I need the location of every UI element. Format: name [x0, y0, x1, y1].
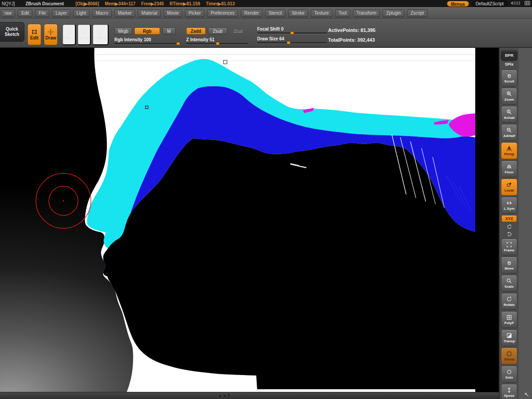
menu-item-layer[interactable]: Layer: [52, 9, 70, 17]
rotate-circle-icon: [506, 296, 512, 302]
menus-button[interactable]: Menus: [447, 1, 469, 7]
menu-item-macro[interactable]: Macro: [92, 9, 112, 17]
draw-size-handle[interactable]: [287, 41, 291, 44]
menu-item-tool[interactable]: Tool: [335, 9, 350, 17]
local-pivot-icon: [506, 182, 512, 188]
menu-item-picker[interactable]: Picker: [185, 9, 204, 17]
tray-button-label: Solo: [505, 376, 513, 379]
shelf-tool-edit[interactable]: Edit: [27, 24, 41, 45]
draw-size-slider[interactable]: Draw Size 64: [257, 36, 327, 43]
menu-item-light[interactable]: Light: [73, 9, 90, 17]
focal-shift-slider[interactable]: Focal Shift 0: [257, 27, 327, 34]
tray-button-zoom[interactable]: Zoom: [501, 88, 517, 105]
focal-shift-handle[interactable]: [290, 31, 294, 35]
default-zscript-button[interactable]: DefaultZScript: [472, 1, 508, 7]
paint-mode-group: MrgbRgbM: [114, 27, 176, 35]
mode-button-zsub[interactable]: Zsub: [208, 27, 227, 35]
scroll-left-arrows-icon[interactable]: ◄ ◄: [218, 394, 226, 398]
shelf-tool-scale[interactable]: SScale: [77, 24, 91, 45]
tray-button-label: Zoom: [505, 98, 514, 102]
tray-button-label: PolyF: [505, 321, 514, 325]
tray-button-floor[interactable]: Floor: [501, 160, 517, 177]
canvas-area[interactable]: ◄ ◄ ▲ ▼: [0, 48, 499, 399]
rgb-intensity-value: 100: [144, 37, 151, 42]
menu-item-raw[interactable]: raw: [1, 9, 15, 17]
tray-button-l-sym[interactable]: L.Sym: [501, 197, 517, 214]
menu-item-zplugin[interactable]: Zplugin: [383, 9, 404, 17]
rgb-intensity-slider[interactable]: Rgb Intensity 100: [114, 37, 181, 44]
shelf-tool-move[interactable]: MMove: [62, 24, 76, 45]
tray-button-solo[interactable]: Solo: [501, 366, 517, 383]
canvas-scroll-strip[interactable]: ◄ ◄ ▲ ▼: [0, 392, 499, 399]
tray-button-bpr[interactable]: BPR: [501, 50, 517, 61]
tray-button-rotate-cw[interactable]: [506, 231, 512, 237]
menu-item-edit[interactable]: Edit: [18, 9, 32, 17]
focal-shift-label: Focal Shift: [257, 27, 280, 31]
tray-button-rotate-ccw[interactable]: [506, 223, 512, 230]
rgb-intensity-handle[interactable]: [176, 42, 180, 45]
tray-button-label: Ghost: [504, 357, 514, 361]
magnifier-half-icon: [506, 127, 512, 133]
svg-text:M: M: [67, 30, 70, 34]
menu-item-stencil[interactable]: Stencil: [265, 9, 286, 17]
titlebar-right: Menus DefaultZScript: [447, 1, 530, 7]
tray-button-label: Scroll: [504, 79, 514, 83]
stat-item: Mem▶344+117: [105, 1, 135, 6]
tray-button-move[interactable]: Move: [501, 257, 517, 274]
menu-item-render[interactable]: Render: [241, 9, 262, 17]
menu-item-zscript[interactable]: Zscript: [407, 9, 427, 17]
tray-button-actual[interactable]: Actual: [501, 106, 517, 123]
spix-label[interactable]: SPix: [505, 62, 514, 68]
dock-bars-icon[interactable]: [510, 1, 522, 6]
tray-button-aahalf[interactable]: AAHalf: [501, 124, 517, 141]
z-intensity-value: 51: [210, 37, 215, 42]
sculpt-canvas[interactable]: [0, 48, 499, 392]
z-intensity-handle[interactable]: [216, 42, 220, 45]
scroll-arrows[interactable]: ◄ ◄ ▲ ▼: [218, 393, 230, 398]
xpose-arrows-icon: [506, 387, 512, 393]
layout-grid-icon[interactable]: [524, 1, 530, 6]
tray-button-rotate[interactable]: Rotate: [501, 293, 517, 310]
quick-sketch-button[interactable]: Quick Sketch: [0, 22, 24, 42]
tray-button-frame[interactable]: Frame: [501, 239, 517, 255]
brush-cursor-center-dot: [63, 200, 64, 201]
menu-item-file[interactable]: File: [35, 9, 49, 17]
cursor-arrow-icon: ↖: [524, 391, 529, 398]
menu-item-transform[interactable]: Transform: [353, 9, 380, 17]
tray-button-xyz[interactable]: XYZ: [501, 215, 517, 222]
stat-item: RTime▶81.159: [170, 1, 200, 6]
mode-button-rgb[interactable]: Rgb: [134, 27, 160, 35]
mode-button-mrgb[interactable]: Mrgb: [114, 27, 132, 35]
z-intensity-slider[interactable]: Z Intensity 51: [186, 37, 248, 44]
tray-button-persp[interactable]: Persp: [501, 142, 517, 159]
menu-item-marker[interactable]: Marker: [114, 9, 135, 17]
shelf-tool-draw[interactable]: Draw: [44, 24, 58, 45]
hand-icon: [506, 73, 512, 79]
tray-button-ghost[interactable]: Ghost: [501, 348, 517, 364]
tray-button-scroll[interactable]: Scroll: [501, 70, 517, 86]
draw-size-label: Draw Size: [257, 36, 278, 41]
shelf-tool-rotate[interactable]: RRotate: [92, 24, 109, 45]
solo-circle-icon: [506, 369, 512, 375]
shelf-tool-label: Rotate: [94, 35, 107, 40]
mode-button-m[interactable]: M: [162, 27, 176, 35]
menu-item-texture[interactable]: Texture: [311, 9, 332, 17]
svg-text:R: R: [99, 30, 102, 34]
tray-button-local[interactable]: Local: [501, 179, 517, 196]
tray-button-label: AAHalf: [503, 134, 515, 138]
tray-button-label: Move: [505, 266, 513, 270]
mode-button-zcut[interactable]: Zcut: [230, 27, 246, 35]
frame-corners-icon: [506, 242, 512, 248]
tray-button-polyf[interactable]: PolyF: [501, 311, 517, 328]
tray-button-scale[interactable]: Scale: [501, 275, 517, 292]
tray-button-label: Scale: [505, 285, 514, 289]
menu-item-movie[interactable]: Movie: [164, 9, 183, 17]
tray-button-label: Persp: [504, 152, 514, 156]
menu-item-stroke[interactable]: Stroke: [288, 9, 308, 17]
menu-item-preferences[interactable]: Preferences: [207, 9, 238, 17]
tray-button-xpose[interactable]: Xpose: [501, 384, 517, 399]
tray-button-transp[interactable]: Transp: [501, 329, 517, 346]
scroll-down-arrow-icon[interactable]: ▼: [227, 395, 230, 398]
menu-item-material[interactable]: Material: [138, 9, 161, 17]
mode-button-zadd[interactable]: Zadd: [186, 27, 206, 35]
